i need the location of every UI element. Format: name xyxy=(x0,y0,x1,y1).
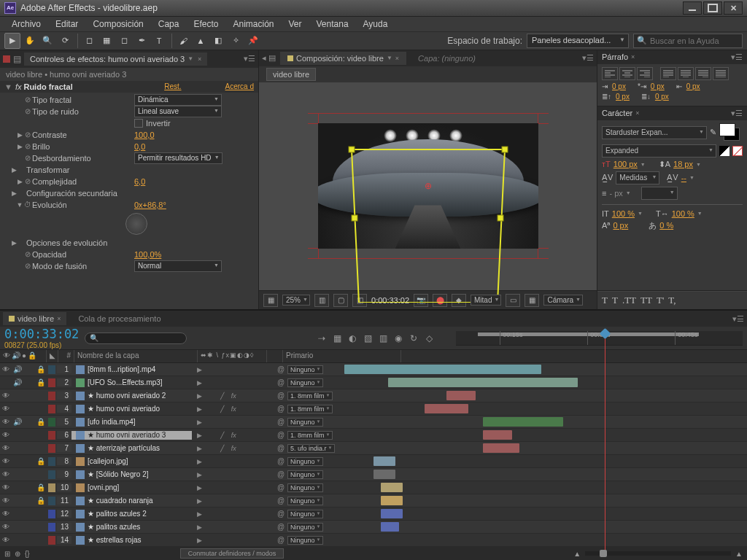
shape-tool[interactable]: ◻ xyxy=(116,33,132,49)
layer-duration-bar[interactable] xyxy=(388,378,578,387)
baseline-value[interactable]: 0 px xyxy=(613,221,628,230)
live-update-toggle[interactable]: ↻ xyxy=(407,332,420,345)
property-row[interactable]: ⊘DesbordamientoPermitir resultados HD xyxy=(0,152,258,164)
layer-name[interactable]: ★ estrellas rojas xyxy=(71,536,192,545)
layer-row[interactable]: 👁🔒8[callejon.jpg]▶@Ninguno xyxy=(0,455,747,468)
layer-row[interactable]: 👁4★ humo ovni averiado▶╱fx@1. 8mm film xyxy=(0,402,747,416)
close-button[interactable]: ✕ xyxy=(724,1,743,15)
layer-switches[interactable]: ▶ xyxy=(192,484,261,491)
panel-menu-icon[interactable]: ▾☰ xyxy=(732,314,744,324)
layer-duration-bar[interactable] xyxy=(374,470,395,479)
tsume-value[interactable]: 0 % xyxy=(659,221,673,230)
parent-dropdown[interactable]: Ninguno xyxy=(287,418,323,427)
parent-dropdown[interactable]: 1. 8mm film xyxy=(287,392,333,400)
graph-editor-button[interactable]: ▧ xyxy=(361,332,374,345)
eyedropper-icon[interactable]: ✎ xyxy=(710,128,716,137)
audio-toggle[interactable]: 🔊 xyxy=(12,365,23,373)
pickwhip-icon[interactable]: @ xyxy=(277,457,287,465)
effect-header[interactable]: ▼ fx Ruido fractal Rest. Acerca d xyxy=(0,81,258,93)
layer-switches[interactable]: ▶ xyxy=(192,524,261,531)
menu-ver[interactable]: Ver xyxy=(282,17,309,31)
about-link[interactable]: Acerca d xyxy=(225,82,254,90)
shy-toggle[interactable]: ⇢ xyxy=(315,332,328,345)
comp-subtab[interactable]: video libre xyxy=(266,68,316,81)
minimize-button[interactable] xyxy=(683,1,702,15)
justify-all-button[interactable] xyxy=(713,67,729,80)
label-color[interactable] xyxy=(48,392,55,400)
fx-icon[interactable]: fx xyxy=(15,82,22,91)
zoom-in-button[interactable]: ⊕ xyxy=(15,550,20,558)
hscale-value[interactable]: 100 % xyxy=(672,209,694,218)
stroke-style-dropdown[interactable] xyxy=(641,187,678,200)
property-row[interactable]: ▶Transformar xyxy=(0,164,258,176)
menu-efecto[interactable]: Efecto xyxy=(186,17,225,31)
lock-column-icon[interactable]: 🔒 xyxy=(28,351,36,361)
menu-ventana[interactable]: Ventana xyxy=(309,17,356,31)
text-tool[interactable]: T xyxy=(151,33,167,49)
layer-switches[interactable]: ▶ xyxy=(192,510,261,518)
layer-duration-bar[interactable] xyxy=(381,483,403,492)
stroke-width-value[interactable]: - px xyxy=(609,189,622,198)
parent-dropdown[interactable]: Ninguno xyxy=(287,470,323,479)
property-row[interactable]: ⊘Modo de fusiónNormal xyxy=(0,260,258,272)
layer-name[interactable]: ★ palitos azules 2 xyxy=(71,510,192,518)
maximize-button[interactable] xyxy=(703,1,722,15)
parent-dropdown[interactable]: Ninguno xyxy=(287,483,323,492)
layer-row[interactable]: 👁14★ estrellas rojas▶@Ninguno xyxy=(0,534,747,547)
close-icon[interactable]: × xyxy=(395,55,399,62)
parent-dropdown[interactable]: 5. ufo india.r xyxy=(287,444,335,453)
close-icon[interactable]: × xyxy=(631,53,635,61)
type-style-1[interactable]: T xyxy=(612,295,618,306)
property-row[interactable]: ▶⊘Brillo0,0 xyxy=(0,141,258,152)
layer-name[interactable]: ★ cuadrado naranja xyxy=(71,497,192,505)
property-row[interactable]: ▶Opciones de evolución xyxy=(0,237,258,249)
parent-dropdown[interactable]: Ninguno xyxy=(287,365,323,374)
panel-menu-icon[interactable]: ▾☰ xyxy=(731,52,743,62)
effects-tab[interactable]: Controles de efectos: humo ovni averiado… xyxy=(24,52,207,66)
layer-switches[interactable]: ▶ xyxy=(192,471,261,478)
leading-value[interactable]: 18 px xyxy=(673,160,693,168)
layer-name[interactable]: ★ humo ovni averiado 2 xyxy=(71,392,192,400)
layer-row[interactable]: 👁3★ humo ovni averiado 2▶╱fx@1. 8mm film xyxy=(0,389,747,402)
panel-menu-icon[interactable]: ▾☰ xyxy=(731,109,743,118)
solo-column-icon[interactable]: ● xyxy=(22,351,26,361)
align-left-button[interactable] xyxy=(602,67,618,80)
layer-switches[interactable]: ▶ xyxy=(192,419,261,426)
layer-duration-bar[interactable] xyxy=(483,430,512,440)
layer-row[interactable]: 👁7★ aterrizaje partículas▶╱fx@5. ufo ind… xyxy=(0,442,747,455)
visibility-toggle[interactable]: 👁 xyxy=(0,392,12,400)
zoom-dropdown[interactable]: 25% xyxy=(282,295,310,306)
lock-toggle[interactable]: 🔒 xyxy=(35,418,47,426)
align-center-button[interactable] xyxy=(619,67,635,80)
auto-keyframe-toggle[interactable]: ◇ xyxy=(422,332,436,345)
type-style-4[interactable]: T' xyxy=(657,295,664,306)
close-icon[interactable]: × xyxy=(198,55,201,63)
font-family-dropdown[interactable]: Starduster Expan... xyxy=(602,126,707,139)
shy-column-icon[interactable]: ◣ xyxy=(47,350,58,362)
audio-toggle[interactable]: 🔊 xyxy=(12,378,23,386)
align-right-button[interactable] xyxy=(637,67,653,80)
lock-toggle[interactable]: 🔒 xyxy=(35,457,47,465)
type-style-3[interactable]: TT xyxy=(640,295,652,306)
indent-right-value[interactable]: 0 px xyxy=(686,82,700,90)
tracking-value[interactable]: -- xyxy=(681,174,686,182)
label-color[interactable] xyxy=(48,483,55,492)
label-color[interactable] xyxy=(48,457,55,466)
pickwhip-icon[interactable]: @ xyxy=(277,378,287,386)
property-row[interactable]: ▼⏱Evolución0x+86,8° xyxy=(0,199,258,211)
label-color[interactable] xyxy=(48,365,55,374)
layer-name[interactable]: ★ [Sólido Negro 2] xyxy=(71,470,192,479)
help-search[interactable]: 🔍 xyxy=(633,34,743,48)
layer-switches[interactable]: ▶ xyxy=(192,379,261,386)
visibility-toggle[interactable]: 👁 xyxy=(0,418,12,426)
property-row[interactable]: ▶⊘Complejidad6,0 xyxy=(0,176,258,187)
comp-tab[interactable]: Composición: video libre▼× xyxy=(280,52,406,65)
reset-link[interactable]: Rest. xyxy=(164,82,181,90)
property-row[interactable]: ▶Configuración secundaria xyxy=(0,187,258,199)
pen-tool[interactable]: ✒ xyxy=(133,33,150,49)
fill-color-swatch[interactable] xyxy=(719,123,735,136)
zoom-slider[interactable] xyxy=(585,551,731,556)
label-color[interactable] xyxy=(48,444,55,453)
layer-duration-bar[interactable] xyxy=(381,496,403,505)
layer-row[interactable]: 👁🔒11★ cuadrado naranja▶@Ninguno xyxy=(0,494,747,508)
